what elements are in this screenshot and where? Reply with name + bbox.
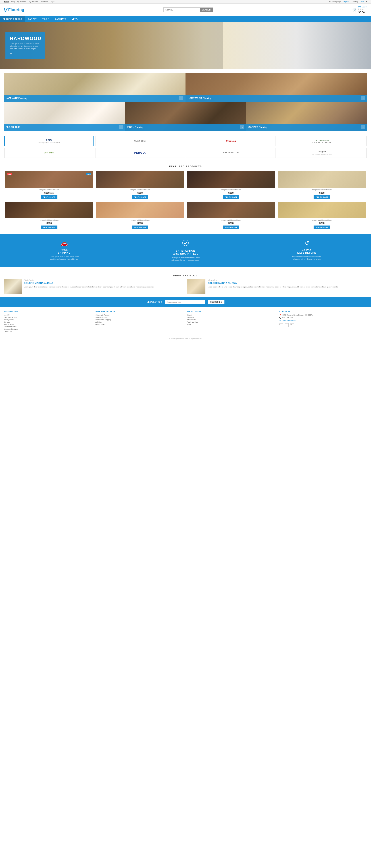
search-box[interactable]: SEARCH — [163, 7, 213, 12]
footer-link-contact[interactable]: Contact Us — [4, 331, 92, 332]
top-nav-links[interactable]: Home Blog My Account My Wishlist Checkou… — [4, 1, 56, 3]
footer-address: 📍 9076 Marmora Road,Glasgow D04 89GR. — [279, 314, 367, 316]
category-laminate[interactable]: LAMINATE Flooring → — [4, 73, 185, 102]
currency-selector[interactable]: USD — [360, 1, 364, 3]
category-floor-tile[interactable]: FLOOR TILE → — [4, 102, 125, 131]
footer-link-help[interactable]: Help — [187, 323, 276, 325]
blog-section: FROM THE BLOG Admin Admin DOLORE MAGNA A… — [0, 267, 371, 297]
vinyl-label: VINYL Flooring → — [125, 124, 246, 131]
footer-information: INFORMATION About Us Customer Service Pr… — [4, 311, 92, 333]
footer-email-link[interactable]: info@domaince.org — [282, 319, 296, 321]
email-icon: ✉ — [279, 319, 281, 321]
social-twitter[interactable]: t — [285, 323, 288, 327]
nav-home[interactable]: Home — [4, 1, 9, 3]
brand-mannington[interactable]: ■ MANNINGTON. — [186, 148, 276, 158]
nav-my-account[interactable]: My Account — [17, 1, 26, 3]
footer-link-secure-shopping[interactable]: Secure Shopping — [95, 316, 184, 318]
footer-link-privacy[interactable]: Privacy Policy — [4, 319, 92, 320]
blog-post-title[interactable]: DOLORE MAGNA ALIQUA — [24, 282, 184, 285]
brand-pergo[interactable]: PERGO. — [95, 148, 185, 158]
social-googleplus[interactable]: g+ — [290, 323, 294, 327]
footer-link-wishlist[interactable]: My Wishlist — [187, 319, 276, 320]
product-image — [278, 172, 366, 188]
footer-link-advanced-search[interactable]: Advanced Search — [4, 326, 92, 328]
hero-title: HARDWOOD — [10, 36, 41, 41]
footer-link-affiliates[interactable]: Affiliates — [95, 321, 184, 323]
feature-satisfaction-desc: Lorem ipsum dolor sit amet conse ctetur … — [167, 257, 204, 261]
footer-phone: 📞 020 2765 6750 — [279, 317, 367, 319]
nav-laminate[interactable]: LAMINATE — [52, 16, 69, 22]
footer-link-shipping-returns[interactable]: Shipping & Returns — [95, 314, 184, 316]
blog-post-title[interactable]: DOLORE MAGNA ALIQUA — [208, 282, 367, 285]
product-description: Tempor incididunt ut labore — [187, 219, 275, 221]
search-button[interactable]: SEARCH — [200, 8, 213, 12]
brand-appalachian[interactable]: APPALACHIANHARDWOOD FLOORS — [277, 136, 367, 146]
footer-link-track-order[interactable]: Track My Order — [187, 321, 276, 323]
add-to-cart-button[interactable]: ADD TO CART — [132, 195, 148, 199]
social-facebook[interactable]: f — [279, 323, 283, 327]
category-vinyl[interactable]: VINYL Flooring → — [125, 102, 246, 131]
newsletter-email-input[interactable] — [165, 300, 205, 304]
nav-blog[interactable]: Blog — [11, 1, 15, 3]
product-description: Tempor incididunt ut labore — [278, 189, 366, 191]
main-nav[interactable]: FLOORING TOOLS CARPET TILE ▼ LAMINATE VI… — [0, 16, 371, 22]
footer-email[interactable]: ✉ info@domaince.org — [279, 319, 367, 322]
newsletter-subscribe-button[interactable]: SUBSCRIBE — [208, 300, 224, 304]
add-to-cart-button[interactable]: ADD TO CART — [314, 225, 330, 229]
cart-info: MY CART 0 items $0.00 — [358, 5, 367, 14]
hero-arrow-icon[interactable]: → — [10, 52, 13, 55]
product-image — [278, 202, 366, 218]
feature-satisfaction: SATISFACTION100% GUARANTEED Lorem ipsum … — [167, 240, 204, 261]
language-selector[interactable]: English — [343, 1, 349, 3]
carpet-label: CARPET Flooring → — [246, 124, 367, 131]
nav-my-wishlist[interactable]: My Wishlist — [29, 1, 38, 3]
footer-link-search-terms[interactable]: Search Terms — [4, 323, 92, 325]
social-links[interactable]: f t g+ — [279, 323, 367, 328]
footer-columns: INFORMATION About Us Customer Service Pr… — [4, 311, 367, 333]
brand-quickstep[interactable]: Quick-Step — [95, 136, 185, 146]
footer-link-orders[interactable]: Orders and Returns — [4, 328, 92, 330]
add-to-cart-button[interactable]: ADD TO CART — [223, 225, 239, 229]
add-to-cart-button[interactable]: ADD TO CART — [41, 225, 57, 229]
nav-login[interactable]: Login — [50, 1, 54, 3]
footer-link-group-sales[interactable]: Group Sales — [95, 323, 184, 325]
feature-satisfaction-title: SATISFACTION100% GUARANTEED — [167, 249, 204, 256]
add-to-cart-button[interactable]: ADD TO CART — [41, 195, 57, 199]
footer-link-customer-service[interactable]: Customer Service — [4, 316, 92, 318]
blog-author: Admin Admin — [24, 279, 184, 281]
footer-link-sitemap[interactable]: Site Map — [4, 321, 92, 323]
category-hardwood[interactable]: HARDWOOD Flooring → — [185, 73, 367, 102]
brand-ecotimber[interactable]: EcoTimber — [4, 148, 94, 158]
hardwood-arrow-icon: → — [361, 96, 365, 100]
blog-image[interactable] — [4, 279, 22, 293]
blog-author: Admin Admin — [208, 279, 367, 281]
currency-dropdown-icon[interactable]: ▼ — [366, 1, 367, 3]
search-input[interactable] — [163, 8, 200, 12]
footer-link-view-cart[interactable]: View Cart — [187, 316, 276, 318]
brand-teragren[interactable]: Teragren.Fine Bamboo Flooring and Panels — [277, 148, 367, 158]
nav-checkout[interactable]: Checkout — [40, 1, 48, 3]
blog-image[interactable] — [187, 279, 206, 293]
nav-tile[interactable]: TILE ▼ — [39, 16, 52, 22]
footer-contacts-title: CONTACTS — [279, 311, 367, 313]
product-item: Tempor incididunt ut labore $258 ADD TO … — [4, 200, 95, 231]
nav-vinyl[interactable]: VINYL — [69, 16, 81, 22]
brand-shaw[interactable]: ShawFloors Styles From Around The World — [4, 136, 94, 146]
category-carpet[interactable]: CARPET Flooring → — [246, 102, 367, 131]
cart-area[interactable]: 🛒 MY CART 0 items $0.00 — [352, 5, 367, 14]
footer-information-title: INFORMATION — [4, 311, 92, 313]
footer-link-about[interactable]: About Us — [4, 314, 92, 316]
add-to-cart-button[interactable]: ADD TO CART — [314, 195, 330, 199]
footer-link-sign-in[interactable]: Sign In — [187, 314, 276, 316]
nav-carpet[interactable]: CARPET — [25, 16, 39, 22]
logo[interactable]: V Flooring — [4, 6, 24, 13]
footer-link-international[interactable]: International Shipping — [95, 319, 184, 320]
add-to-cart-button[interactable]: ADD TO CART — [223, 195, 239, 199]
blog-title: FROM THE BLOG — [4, 271, 367, 279]
brand-formica[interactable]: Formica — [186, 136, 276, 146]
category-grid: LAMINATE Flooring → HARDWOOD Flooring → … — [0, 69, 371, 132]
hero-description: Lorem ipsum dolor sit amet conse ctetur … — [10, 43, 41, 50]
add-to-cart-button[interactable]: ADD TO CART — [132, 225, 148, 229]
nav-flooring-tools[interactable]: FLOORING TOOLS — [0, 16, 25, 22]
product-item: Tempor incididunt ut labore $258 ADD TO … — [276, 170, 367, 200]
